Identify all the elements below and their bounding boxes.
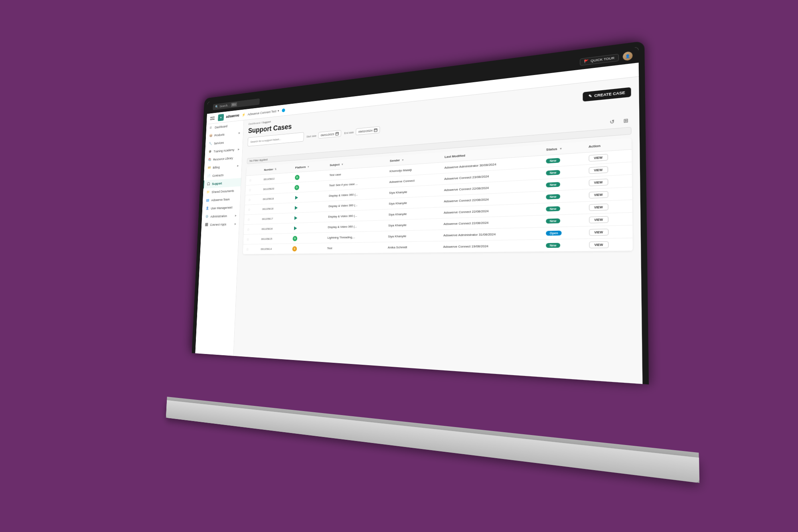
sort-icon: ⇅ (275, 168, 277, 170)
content-area: Dashboard / Support Support Cases ✎ CREA… (233, 77, 642, 384)
view-button[interactable]: VIEW (589, 178, 608, 186)
platform-stack-icon: S (292, 246, 297, 251)
cell-status: New (541, 239, 584, 251)
view-button[interactable]: VIEW (589, 203, 608, 210)
table-container[interactable]: Number ⇅ Platform ▼ (233, 137, 642, 384)
cell-last-modified: Adswerve Connect 23/08/2024 (440, 167, 541, 185)
star-icon[interactable]: ☆ (248, 208, 251, 212)
start-date-input[interactable]: 08/01/2023 (318, 130, 342, 138)
cell-last-modified: Adswerve Connect 19/08/2024 (439, 239, 541, 252)
cell-action[interactable]: VIEW (584, 174, 632, 189)
apps-icon: ⬛ (205, 223, 208, 227)
star-icon[interactable]: ☆ (247, 227, 250, 231)
col-status[interactable]: Status ▼ (542, 141, 584, 155)
cell-platform: G (289, 232, 324, 243)
cell-last-modified: Adswerve Administrator 30/08/2024 (440, 155, 542, 173)
cell-action[interactable]: VIEW (584, 212, 632, 226)
cell-star[interactable]: ☆ (245, 194, 260, 205)
cell-star[interactable]: ☆ (244, 214, 259, 224)
sidebar-item-administration[interactable]: ⚙️ Administration ▶ (202, 211, 240, 221)
star-icon[interactable]: ☆ (248, 198, 251, 202)
cell-platform (291, 191, 326, 203)
breadcrumb-separator: / (261, 121, 262, 124)
star-icon[interactable]: ☆ (247, 218, 250, 222)
cell-action[interactable]: VIEW (584, 149, 632, 165)
status-badge: New (546, 170, 560, 175)
library-icon: 📚 (208, 158, 211, 162)
chevron-right-icon: ▶ (235, 222, 236, 225)
end-date-input[interactable]: 09/02/2024 (356, 126, 380, 135)
cell-star[interactable]: ☆ (243, 244, 258, 254)
end-date-value: 09/02/2024 (358, 129, 373, 133)
menu-toggle-button[interactable] (210, 115, 215, 121)
grid-view-button[interactable]: ⊞ (620, 115, 632, 126)
avatar[interactable]: 👤 (623, 51, 633, 61)
view-button[interactable]: VIEW (589, 191, 608, 198)
platform-google-icon: G (295, 174, 300, 180)
cell-action[interactable]: VIEW (584, 187, 632, 201)
platform-google-icon: G (294, 184, 299, 190)
cell-number: 00105816 (258, 223, 290, 234)
cell-status: New (541, 214, 584, 227)
cell-star[interactable]: ☆ (245, 184, 260, 195)
view-button[interactable]: VIEW (589, 154, 608, 162)
logo-icon: a (218, 113, 224, 121)
users-icon: 👤 (205, 206, 209, 211)
products-icon: 📦 (209, 134, 213, 138)
cell-star[interactable]: ☆ (246, 174, 261, 185)
star-icon[interactable]: ☆ (249, 188, 251, 192)
view-button[interactable]: VIEW (589, 166, 608, 174)
platform-play-icon (294, 195, 299, 200)
platform-play-icon (293, 225, 298, 231)
star-icon[interactable]: ☆ (247, 237, 249, 241)
cell-status: New (541, 152, 584, 167)
cell-star[interactable]: ☆ (243, 234, 259, 244)
cell-star[interactable]: ☆ (244, 224, 259, 234)
search-placeholder: Search... (219, 103, 230, 108)
cell-last-modified: Adswerve Administrator 31/08/2024 (439, 227, 541, 241)
cell-number: 00105818 (259, 192, 291, 204)
cell-action[interactable]: VIEW (584, 238, 633, 251)
laptop-scene: 🔍 Search... ⌘K 🚩 QUICK TOUR 👤 (165, 31, 729, 517)
status-badge: New (546, 218, 560, 223)
platform-google-icon: G (292, 235, 297, 241)
laptop-base (166, 400, 699, 483)
status-badge: New (546, 158, 560, 163)
cell-last-modified: Adswerve Connect 22/08/2024 (439, 215, 541, 229)
cell-action[interactable]: VIEW (584, 162, 632, 177)
company-name: Adswerve Connect Test ▼ (247, 109, 279, 116)
calendar-icon (336, 131, 339, 135)
cell-action[interactable]: VIEW (584, 225, 633, 239)
cell-star[interactable]: ☆ (245, 204, 259, 214)
create-case-button[interactable]: ✎ CREATE CASE (583, 87, 631, 101)
cell-number: 00105815 (258, 233, 290, 244)
cell-last-modified: Adswerve Connect 22/08/2024 (440, 191, 541, 207)
view-button[interactable]: VIEW (589, 241, 608, 248)
billing-icon: 💳 (207, 166, 211, 170)
support-icon: 🎧 (207, 182, 210, 186)
quick-tour-button[interactable]: 🚩 QUICK TOUR (580, 53, 619, 65)
cell-status: Open (541, 226, 584, 239)
chevron-right-icon: ▶ (239, 131, 240, 134)
star-icon[interactable]: ☆ (246, 247, 249, 251)
view-button[interactable]: VIEW (589, 228, 608, 235)
cell-sender: Siya Khanyile (384, 229, 439, 242)
app-container: 🔍 Search... ⌘K 🚩 QUICK TOUR 👤 (195, 47, 642, 384)
star-icon[interactable]: ☆ (249, 178, 252, 182)
col-action: Action (584, 138, 632, 152)
filter-icon: ▼ (307, 165, 310, 168)
team-icon: 👥 (206, 198, 209, 202)
col-last-modified: Last Modified (440, 144, 542, 162)
sidebar-item-connect-apps[interactable]: ⬛ Connect Apps ▶ (201, 220, 239, 229)
refresh-button[interactable]: ↺ (607, 117, 618, 127)
kbd-badge: ⌘K (231, 102, 237, 107)
laptop-screen-outer: 🔍 Search... ⌘K 🚩 QUICK TOUR 👤 (192, 41, 649, 384)
cell-action[interactable]: VIEW (584, 200, 632, 214)
cell-platform: S (289, 243, 324, 253)
laptop-screen-inner: 🔍 Search... ⌘K 🚩 QUICK TOUR 👤 (195, 47, 642, 384)
status-badge: Open (546, 230, 562, 235)
svg-line-5 (374, 129, 377, 130)
search-icon: 🔍 (215, 105, 218, 108)
cell-platform (290, 212, 325, 223)
view-button[interactable]: VIEW (589, 216, 608, 223)
